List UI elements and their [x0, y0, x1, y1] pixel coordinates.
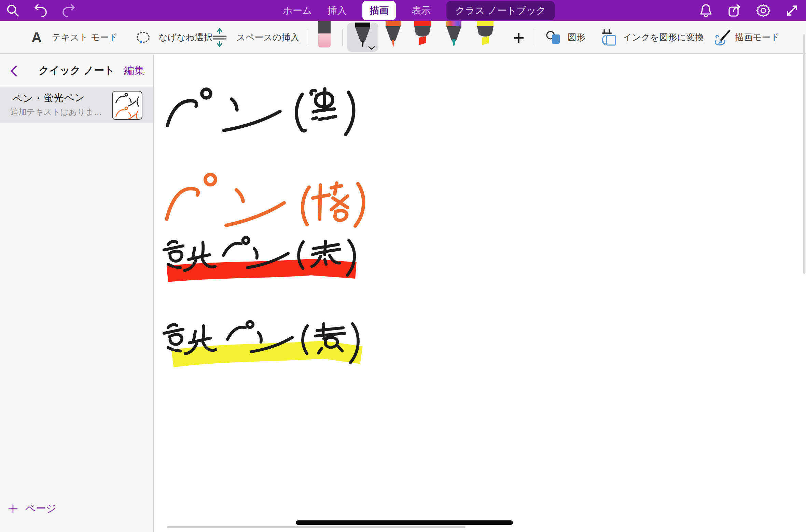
- vertical-scrollbar[interactable]: [803, 34, 805, 274]
- shapes-button[interactable]: 図形: [568, 21, 585, 54]
- ink-to-shape-icon: [600, 29, 618, 46]
- tab-draw[interactable]: 描画: [362, 1, 396, 20]
- highlighter-yellow-tool[interactable]: [475, 21, 495, 48]
- home-indicator[interactable]: [296, 520, 513, 525]
- notifications-icon[interactable]: [699, 3, 713, 18]
- pen-black-icon: [353, 23, 373, 48]
- ink-line-pen-orange: [167, 174, 363, 226]
- ink-line-highlighter-yellow: [164, 321, 361, 363]
- horizontal-scrollbar[interactable]: [167, 526, 465, 528]
- title-bar-left-group: [5, 0, 76, 21]
- pen-black-selected-tile[interactable]: [347, 23, 378, 52]
- ink-strokes: [157, 79, 383, 386]
- toolbar-divider: [306, 29, 306, 46]
- sidebar-header: クイック ノート 編集: [0, 54, 153, 87]
- pen-rainbow-tool[interactable]: [444, 21, 464, 48]
- plus-icon: [8, 504, 18, 514]
- eraser-tool[interactable]: [318, 21, 331, 50]
- text-mode-button[interactable]: テキスト モード: [52, 21, 118, 54]
- insert-space-icon: [212, 28, 227, 47]
- page-title-ink: ペン・蛍光ペン: [12, 91, 85, 106]
- shapes-icon: [546, 30, 562, 45]
- tab-home[interactable]: ホーム: [283, 4, 312, 17]
- add-page-label: ページ: [25, 502, 56, 516]
- tab-class-notebook[interactable]: クラス ノートブック: [446, 1, 555, 20]
- highlighter-red-tool[interactable]: [413, 21, 432, 48]
- draw-mode-icon: [712, 30, 732, 46]
- title-bar-right-group: [699, 0, 799, 21]
- undo-icon[interactable]: [33, 3, 48, 18]
- draw-toolbar: A テキスト モード なげなわ選択 スペースの挿入: [0, 21, 806, 54]
- draw-mode-button[interactable]: 描画モード: [735, 21, 780, 54]
- ribbon-tabs: ホーム 挿入 描画 表示 クラス ノートブック: [283, 0, 555, 21]
- text-mode-icon: A: [31, 21, 42, 54]
- lasso-node: [140, 41, 142, 43]
- yellow-highlight-stroke: [172, 350, 361, 359]
- thumb-ink-black: [116, 94, 138, 106]
- add-page-button[interactable]: ページ: [8, 502, 56, 516]
- ink-line-pen-black: [167, 89, 354, 135]
- chevron-down-icon[interactable]: [368, 46, 375, 50]
- ink-line-highlighter-red: [164, 237, 356, 275]
- page-list-item-selected[interactable]: ペン・蛍光ペン 追加テキストはありま…: [0, 87, 153, 123]
- redo-icon: [61, 3, 76, 18]
- lasso-select-icon: [137, 32, 150, 43]
- settings-gear-icon[interactable]: [756, 3, 770, 18]
- page-thumbnail: [112, 91, 142, 120]
- note-canvas[interactable]: [154, 54, 806, 532]
- tab-view[interactable]: 表示: [412, 4, 431, 17]
- tab-insert[interactable]: 挿入: [328, 4, 347, 17]
- edit-button[interactable]: 編集: [124, 64, 144, 78]
- pen-orange-tool[interactable]: [383, 21, 403, 48]
- page-list-sidebar: クイック ノート 編集 ペン・蛍光ペン 追加テキストはありま…: [0, 54, 154, 532]
- title-bar: ホーム 挿入 描画 表示 クラス ノートブック: [0, 0, 806, 21]
- thumb-ink-orange: [116, 107, 138, 120]
- insert-space-button[interactable]: スペースの挿入: [236, 21, 299, 54]
- search-icon[interactable]: [5, 3, 20, 18]
- toolbar-divider: [535, 29, 535, 46]
- ink-to-shape-button[interactable]: インクを図形に変換: [623, 21, 704, 54]
- share-icon[interactable]: [727, 3, 742, 18]
- fullscreen-icon[interactable]: [785, 3, 799, 18]
- lasso-select-button[interactable]: なげなわ選択: [158, 21, 212, 54]
- toolbar-divider: [342, 29, 343, 46]
- page-subtitle: 追加テキストはありま…: [10, 107, 102, 117]
- red-highlight-stroke: [167, 267, 356, 274]
- add-pen-button[interactable]: +: [510, 21, 528, 54]
